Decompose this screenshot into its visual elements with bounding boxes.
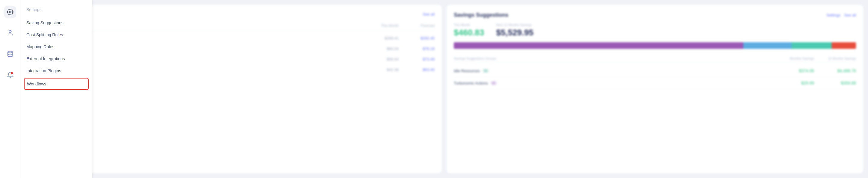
settings-panel-title: Settings — [20, 7, 92, 17]
progress-segment-blue — [743, 42, 792, 49]
cost-this-month: $60.04 — [363, 47, 399, 51]
progress-segment-red — [832, 42, 856, 49]
this-month-value: $460.83 — [454, 28, 484, 37]
cost-forecast: $73.49 — [399, 57, 435, 61]
table-row: Accounting $289.41 $292.45 — [32, 33, 435, 43]
table-row: videoProcessor $60.04 $76.18 — [32, 43, 435, 54]
cost-forecast: $76.18 — [399, 47, 435, 51]
app-container: Settings Saving Suggestions Cost Splitti… — [0, 0, 868, 178]
savings-badge: 82 — [490, 81, 497, 85]
svg-point-2 — [7, 51, 12, 53]
savings-progress-bar — [454, 42, 856, 49]
table-row: cMiners $42.38 $63.40 — [32, 64, 435, 75]
menu-item-external-integrations[interactable]: External Integrations — [20, 53, 92, 65]
savings-amounts: This Month $460.83 Next 12 Months Saving… — [454, 23, 856, 37]
menu-item-mapping-rules[interactable]: Mapping Rules — [20, 41, 92, 53]
progress-segment-purple — [454, 42, 743, 49]
next-12-months-value: $5,529.95 — [496, 28, 533, 37]
savings-panel: Savings Suggestions Settings See all Thi… — [446, 5, 863, 173]
savings-see-all-link[interactable]: See all — [844, 13, 856, 18]
svg-point-0 — [9, 11, 11, 13]
icon-sidebar — [0, 0, 20, 178]
user-icon[interactable] — [4, 27, 16, 39]
main-content: See all Name This Month Forecast Account… — [20, 0, 868, 178]
this-month-amount: This Month $460.83 — [454, 23, 484, 37]
savings-group-name: Idle Resources 53 — [454, 69, 772, 73]
cost-table-headers: Name This Month Forecast — [32, 21, 435, 31]
savings-title: Savings Suggestions — [454, 12, 508, 18]
menu-item-workflows[interactable]: Workflows — [24, 78, 89, 90]
savings-table-headers: Savings Suggestions Groups Monthly Savin… — [454, 55, 856, 62]
savings-row: Idle Resources 53 $374.06 $4,488.76 — [454, 65, 856, 77]
savings-header-monthly: Monthly Savings — [772, 57, 814, 60]
this-month-label: This Month — [454, 23, 484, 27]
bell-icon[interactable] — [4, 69, 16, 81]
settings-panel: Settings Saving Suggestions Cost Splitti… — [20, 0, 92, 178]
next-12-months-amount: Next 12 Months Savings $5,529.95 — [496, 23, 533, 37]
svg-point-3 — [10, 72, 12, 74]
menu-item-cost-splitting-rules[interactable]: Cost Splitting Rules — [20, 29, 92, 41]
cost-panel-header: See all — [32, 12, 435, 17]
savings-header-annual: 12 Months Savings — [814, 57, 856, 60]
savings-monthly: $29.99 — [772, 81, 814, 85]
savings-panel-header: Savings Suggestions Settings See all — [454, 12, 856, 18]
svg-point-1 — [9, 31, 11, 33]
savings-annual: $359.88 — [814, 81, 856, 85]
cost-forecast: $63.40 — [399, 67, 435, 72]
next-12-months-label: Next 12 Months Savings — [496, 23, 533, 27]
settings-icon[interactable] — [4, 6, 16, 18]
table-row: cMonitor $56.64 $73.49 — [32, 54, 435, 64]
menu-item-saving-suggestions[interactable]: Saving Suggestions — [20, 17, 92, 29]
cost-this-month: $42.38 — [363, 67, 399, 72]
savings-header-group: Savings Suggestions Groups — [454, 57, 772, 60]
menu-item-integration-plugins[interactable]: Integration Plugins — [20, 65, 92, 77]
database-icon[interactable] — [4, 48, 16, 60]
cost-header-this-month: This Month — [363, 24, 399, 28]
savings-badge: 53 — [482, 69, 489, 73]
savings-annual: $4,488.76 — [814, 68, 856, 73]
cost-forecast: $292.45 — [399, 36, 435, 40]
savings-group-name: Turbonomic Actions 82 — [454, 81, 772, 85]
savings-row: Turbonomic Actions 82 $29.99 $359.88 — [454, 77, 856, 89]
cost-see-all-link[interactable]: See all — [423, 12, 435, 17]
blurred-content: See all Name This Month Forecast Account… — [20, 0, 868, 178]
cost-this-month: $56.64 — [363, 57, 399, 61]
progress-segment-teal — [792, 42, 832, 49]
savings-monthly: $374.06 — [772, 68, 814, 73]
savings-links: Settings See all — [826, 13, 856, 18]
cost-header-forecast: Forecast — [399, 24, 435, 28]
cost-this-month: $289.41 — [363, 36, 399, 40]
savings-settings-link[interactable]: Settings — [826, 13, 840, 18]
